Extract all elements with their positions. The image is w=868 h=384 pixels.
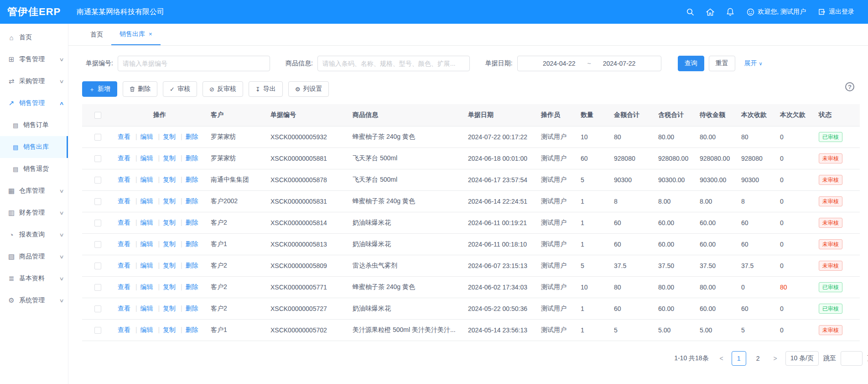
reset-button[interactable]: 重置 — [709, 56, 735, 71]
audit-button[interactable]: ✓ 审核 — [163, 81, 197, 97]
row-checkbox[interactable] — [94, 198, 101, 205]
search-icon[interactable] — [686, 7, 695, 16]
search-button[interactable]: 查询 — [678, 56, 704, 71]
delete-link[interactable]: 删除 — [177, 133, 198, 140]
row-checkbox[interactable] — [94, 177, 101, 184]
copy-link[interactable]: 复制 — [155, 219, 176, 226]
sidebar-item-sales[interactable]: ↗ 销售管理 ∧ — [0, 92, 68, 114]
bell-icon[interactable] — [726, 7, 735, 16]
row-checkbox[interactable] — [94, 220, 101, 226]
view-link[interactable]: 查看 — [118, 176, 130, 183]
copy-link[interactable]: 复制 — [155, 283, 176, 290]
edit-link[interactable]: 编辑 — [132, 219, 153, 226]
help-icon[interactable]: ? — [845, 82, 854, 91]
view-link[interactable]: 查看 — [118, 305, 130, 312]
table-row: 查看 编辑 复制 删除 客户2 XSCK00000005809 雷达杀虫气雾剂 … — [82, 255, 860, 276]
copy-link[interactable]: 复制 — [155, 262, 176, 269]
delete-button[interactable]: 删除 — [123, 81, 157, 97]
add-button[interactable]: ＋ 新增 — [82, 81, 117, 97]
goods-info-input[interactable] — [317, 56, 470, 71]
sidebar-item-retail[interactable]: ⊞ 零售管理 ∨ — [0, 48, 68, 70]
column-settings-button[interactable]: ⚙ 列设置 — [288, 81, 329, 97]
row-checkbox[interactable] — [94, 134, 101, 141]
row-checkbox[interactable] — [94, 305, 101, 312]
copy-link[interactable]: 复制 — [155, 133, 176, 140]
column-settings-label: 列设置 — [303, 85, 322, 93]
cell-amount: 80 — [609, 126, 654, 147]
delete-link[interactable]: 删除 — [177, 219, 198, 226]
copy-link[interactable]: 复制 — [155, 197, 176, 205]
view-link[interactable]: 查看 — [118, 326, 130, 333]
sidebar-item-sales-outbound[interactable]: ▤ 销售出库 — [0, 136, 68, 158]
page-number-1[interactable]: 1 — [732, 351, 746, 366]
home-icon[interactable] — [706, 7, 715, 16]
row-checkbox[interactable] — [94, 241, 101, 248]
delete-link[interactable]: 删除 — [177, 240, 198, 247]
delete-link[interactable]: 删除 — [177, 262, 198, 269]
row-checkbox[interactable] — [94, 155, 101, 162]
jump-page-input[interactable] — [841, 351, 863, 366]
sidebar-item-report[interactable]: ◔ 报表查询 ∨ — [0, 224, 68, 246]
edit-link[interactable]: 编辑 — [132, 133, 153, 140]
unaudit-button[interactable]: ⊘ 反审核 — [203, 81, 243, 97]
edit-link[interactable]: 编辑 — [132, 197, 153, 205]
delete-link[interactable]: 删除 — [177, 326, 198, 333]
sidebar-item-system[interactable]: ⚙ 系统管理 ∨ — [0, 289, 68, 311]
select-all-checkbox[interactable] — [94, 112, 101, 119]
row-checkbox[interactable] — [94, 284, 101, 291]
page-size-select[interactable]: 10 条/页 — [785, 351, 819, 366]
sidebar-item-basic-data[interactable]: ≣ 基本资料 ∨ — [0, 268, 68, 289]
delete-link[interactable]: 删除 — [177, 283, 198, 290]
row-checkbox[interactable] — [94, 263, 101, 269]
view-link[interactable]: 查看 — [118, 262, 130, 269]
edit-link[interactable]: 编辑 — [132, 283, 153, 290]
view-link[interactable]: 查看 — [118, 133, 130, 140]
copy-link[interactable]: 复制 — [155, 240, 176, 247]
edit-link[interactable]: 编辑 — [132, 326, 153, 333]
tab-home[interactable]: 首页 — [82, 24, 111, 45]
logout-button[interactable]: 退出登录 — [817, 7, 854, 16]
sidebar-item-purchase[interactable]: ⇄ 采购管理 ∨ — [0, 70, 68, 92]
edit-link[interactable]: 编辑 — [132, 176, 153, 183]
delete-link[interactable]: 删除 — [177, 305, 198, 312]
close-icon[interactable]: × — [149, 31, 152, 37]
view-link[interactable]: 查看 — [118, 283, 130, 290]
page-number-2[interactable]: 2 — [751, 351, 765, 366]
row-checkbox[interactable] — [94, 327, 101, 334]
sidebar-item-finance[interactable]: ▥ 财务管理 ∨ — [0, 202, 68, 224]
finance-icon: ▥ — [7, 209, 16, 217]
view-link[interactable]: 查看 — [118, 240, 130, 247]
copy-link[interactable]: 复制 — [155, 176, 176, 183]
prev-page-button[interactable]: < — [716, 355, 727, 362]
next-page-button[interactable]: > — [770, 355, 781, 362]
edit-link[interactable]: 编辑 — [132, 262, 153, 269]
edit-link[interactable]: 编辑 — [132, 240, 153, 247]
view-link[interactable]: 查看 — [118, 154, 130, 162]
view-link[interactable]: 查看 — [118, 197, 130, 205]
date-start[interactable]: 2024-04-22 — [543, 60, 576, 67]
date-range-picker[interactable]: 2024-04-22 ~ 2024-07-22 — [517, 56, 661, 71]
sidebar-item-goods[interactable]: ▧ 商品管理 ∨ — [0, 246, 68, 268]
copy-link[interactable]: 复制 — [155, 305, 176, 312]
sidebar-item-sales-order[interactable]: ▤ 销售订单 — [0, 114, 68, 136]
cell-bill-no: XSCK00000005881 — [266, 147, 348, 169]
sidebar-item-warehouse[interactable]: ▦ 仓库管理 ∨ — [0, 180, 68, 202]
date-end[interactable]: 2024-07-22 — [603, 60, 636, 67]
edit-link[interactable]: 编辑 — [132, 154, 153, 162]
copy-link[interactable]: 复制 — [155, 326, 176, 333]
delete-link[interactable]: 删除 — [177, 197, 198, 205]
sidebar-item-sales-return[interactable]: ▤ 销售退货 — [0, 158, 68, 180]
status-badge: 已审核 — [819, 282, 842, 292]
delete-link[interactable]: 删除 — [177, 176, 198, 183]
user-menu[interactable]: 欢迎您, 测试用户 — [746, 7, 806, 16]
copy-link[interactable]: 复制 — [155, 154, 176, 162]
edit-link[interactable]: 编辑 — [132, 305, 153, 312]
tab-sales-outbound[interactable]: 销售出库 × — [111, 24, 161, 45]
export-button[interactable]: ↧ 导出 — [249, 81, 283, 97]
sidebar-item-home[interactable]: ⌂ 首页 — [0, 26, 68, 48]
expand-toggle[interactable]: 展开 ∨ — [744, 59, 763, 68]
app-logo: 管伊佳ERP — [0, 5, 68, 19]
view-link[interactable]: 查看 — [118, 219, 130, 226]
delete-link[interactable]: 删除 — [177, 154, 198, 162]
bill-no-input[interactable] — [118, 56, 270, 71]
